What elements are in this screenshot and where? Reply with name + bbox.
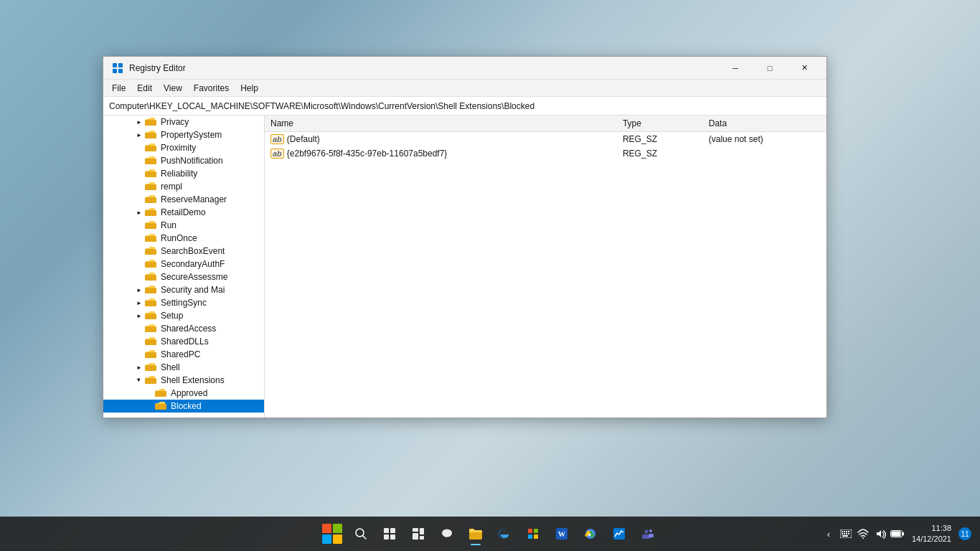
- taskbar-right: ‹: [821, 523, 980, 545]
- svg-rect-24: [145, 378, 156, 384]
- tree-item[interactable]: SecureAssessme: [103, 270, 264, 283]
- tree-item[interactable]: SearchBoxEvent: [103, 245, 264, 258]
- close-button[interactable]: ✕: [788, 57, 821, 80]
- tree-item[interactable]: Run: [103, 219, 264, 232]
- folder-icon: [145, 297, 156, 309]
- tree-item[interactable]: ►Shell: [103, 361, 264, 374]
- expand-arrow[interactable]: ►: [133, 207, 145, 218]
- table-row[interactable]: ab (Default) REG_SZ (value not set): [265, 132, 826, 146]
- minimize-button[interactable]: ─: [719, 57, 752, 80]
- tree-item[interactable]: ►Security and Mai: [103, 283, 264, 296]
- expand-arrow[interactable]: ►: [133, 362, 145, 373]
- tree-label: PropertySystem: [161, 130, 222, 140]
- expand-arrow[interactable]: ►: [133, 284, 145, 296]
- tree-item[interactable]: Blocked: [103, 400, 264, 413]
- expand-arrow[interactable]: ►: [133, 116, 145, 128]
- start-button[interactable]: [319, 521, 345, 547]
- tree-item[interactable]: ►PropertySystem: [103, 128, 264, 141]
- tree-item[interactable]: Proximity: [103, 141, 264, 154]
- chat-button[interactable]: [434, 521, 460, 547]
- tree-panel[interactable]: ►Privacy►PropertySystemProximityPushNoti…: [103, 116, 265, 418]
- notification-badge[interactable]: 11: [958, 527, 971, 540]
- tree-label: rempl: [161, 182, 182, 192]
- folder-icon: [155, 400, 166, 413]
- tree-item[interactable]: rempl: [103, 180, 264, 193]
- window-title: Registry Editor: [129, 63, 186, 73]
- tree-item[interactable]: ►RetailDemo: [103, 206, 264, 219]
- folder-icon: [145, 168, 156, 180]
- logo-q1: [322, 524, 331, 533]
- logo-q4: [333, 534, 342, 544]
- tray-keyboard[interactable]: [839, 527, 853, 541]
- tree-label: Privacy: [161, 117, 189, 127]
- tree-item[interactable]: ►Shell Extensions: [103, 374, 264, 387]
- tree-item[interactable]: PushNotification: [103, 154, 264, 167]
- tree-item[interactable]: ►Privacy: [103, 116, 264, 128]
- taskview-button[interactable]: [377, 521, 402, 547]
- svg-rect-43: [534, 534, 538, 539]
- tree-item[interactable]: SharedDLLs: [103, 335, 264, 348]
- reg-name-cell: ab {e2bf9676-5f8f-435c-97eb-11607a5bedf7…: [265, 146, 617, 161]
- tree-item[interactable]: SharedAccess: [103, 322, 264, 335]
- tray-chevron[interactable]: ‹: [821, 527, 836, 541]
- tree-item[interactable]: ►SettingSync: [103, 296, 264, 309]
- menu-help[interactable]: Help: [235, 82, 264, 95]
- tree-label: Run: [161, 220, 176, 230]
- stocks-button[interactable]: [606, 521, 632, 547]
- svg-rect-32: [390, 534, 395, 540]
- tray-wifi[interactable]: [856, 527, 870, 541]
- title-bar-left: Registry Editor: [112, 62, 186, 74]
- svg-rect-10: [145, 197, 156, 203]
- word-button[interactable]: W: [549, 521, 575, 547]
- tray-volume[interactable]: [873, 527, 887, 541]
- svg-rect-35: [420, 528, 424, 534]
- tree-item[interactable]: Approved: [103, 387, 264, 400]
- svg-rect-3: [118, 69, 123, 73]
- registry-editor-window: Registry Editor ─ □ ✕ File Edit View Fav…: [103, 56, 827, 418]
- svg-line-28: [363, 536, 367, 540]
- tree-item[interactable]: RunOnce: [103, 232, 264, 245]
- tree-item[interactable]: Reliability: [103, 167, 264, 180]
- file-explorer-button[interactable]: [463, 521, 489, 547]
- clock-date: 14/12/2021: [912, 534, 951, 545]
- svg-rect-34: [413, 533, 418, 540]
- menu-edit[interactable]: Edit: [131, 82, 158, 95]
- tray-battery[interactable]: [890, 527, 905, 541]
- expand-arrow[interactable]: ►: [133, 129, 145, 141]
- svg-rect-55: [844, 531, 845, 532]
- svg-rect-30: [390, 528, 395, 533]
- table-row[interactable]: ab {e2bf9676-5f8f-435c-97eb-11607a5bedf7…: [265, 146, 826, 161]
- tree-item[interactable]: ►Setup: [103, 309, 264, 322]
- windows-logo: [322, 524, 342, 544]
- expand-arrow[interactable]: ►: [133, 310, 145, 321]
- edge-button[interactable]: [491, 521, 517, 547]
- svg-rect-33: [413, 528, 418, 532]
- tree-item[interactable]: ReserveManager: [103, 193, 264, 206]
- menu-view[interactable]: View: [158, 82, 188, 95]
- store-button[interactable]: [520, 521, 546, 547]
- title-bar: Registry Editor ─ □ ✕: [103, 57, 826, 80]
- expand-arrow[interactable]: ►: [133, 297, 145, 309]
- svg-rect-5: [145, 133, 156, 138]
- folder-icon: [145, 142, 156, 154]
- tree-item[interactable]: SharedPC: [103, 348, 264, 361]
- system-clock[interactable]: 11:38 14/12/2021: [909, 523, 954, 545]
- menu-file[interactable]: File: [106, 82, 131, 95]
- search-button[interactable]: [348, 521, 374, 547]
- folder-icon: [145, 349, 156, 361]
- widgets-button[interactable]: [405, 521, 431, 547]
- tree-item[interactable]: SecondaryAuthF: [103, 258, 264, 270]
- tree-label: Security and Mai: [161, 285, 225, 295]
- folder-icon: [145, 245, 156, 258]
- folder-icon: [145, 375, 156, 387]
- teams-button[interactable]: [635, 521, 661, 547]
- expand-arrow[interactable]: ►: [133, 375, 145, 386]
- chrome-button[interactable]: [578, 521, 603, 547]
- svg-rect-15: [145, 262, 156, 268]
- menu-bar: File Edit View Favorites Help: [103, 80, 826, 97]
- maximize-button[interactable]: □: [753, 57, 786, 80]
- svg-rect-1: [118, 63, 123, 67]
- window-controls: ─ □ ✕: [719, 57, 821, 80]
- address-bar[interactable]: Computer\HKEY_LOCAL_MACHINE\SOFTWARE\Mic…: [103, 97, 826, 116]
- menu-favorites[interactable]: Favorites: [188, 82, 235, 95]
